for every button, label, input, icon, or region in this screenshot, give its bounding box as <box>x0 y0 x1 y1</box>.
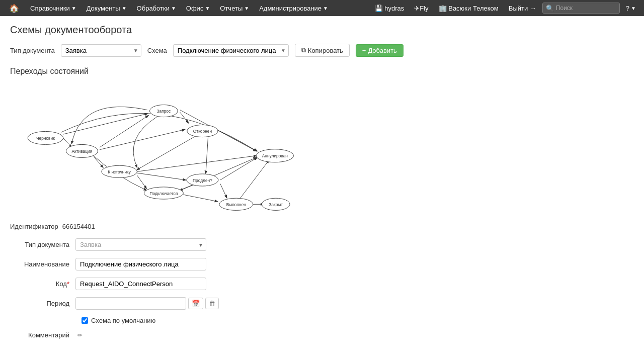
svg-text:Подключается: Подключается <box>149 191 178 196</box>
nav-hydras[interactable]: 💾 hydras <box>371 5 409 12</box>
form-section: Идентификатор 666154401 Тип документа За… <box>10 223 634 339</box>
default-schema-row: Схема по умолчанию <box>82 317 634 324</box>
nav-company[interactable]: 🏢 Васюки Телеком <box>435 5 503 12</box>
nav-reports[interactable]: Отчеты ▼ <box>216 0 253 16</box>
required-asterisk: * <box>67 280 69 288</box>
add-icon: + <box>362 47 366 54</box>
toolbar-row: Тип документа Заявка ▼ Схема Подключение… <box>10 44 634 57</box>
nav-fly[interactable]: ✈ Fly <box>410 5 432 12</box>
svg-line-16 <box>180 157 256 190</box>
svg-line-2 <box>100 116 148 147</box>
svg-text:Откорнен: Откорнен <box>193 129 212 134</box>
svg-text:Продлен?: Продлен? <box>193 178 212 183</box>
period-controls: 📅 🗑 <box>75 297 219 310</box>
form-code-label: Код* <box>10 280 75 288</box>
form-doc-type-row: Тип документа Заявка ▼ <box>10 238 634 251</box>
copy-icon: ⧉ <box>301 46 306 54</box>
doc-type-select[interactable]: Заявка <box>61 44 141 57</box>
svg-text:Закрыт: Закрыт <box>269 202 283 207</box>
nav-office[interactable]: Офис ▼ <box>182 0 214 16</box>
transitions-heading: Переходы состояний <box>10 67 634 76</box>
form-doc-type-select[interactable]: Заявка <box>75 238 206 251</box>
form-comment-label: Комментарий <box>10 331 75 339</box>
svg-line-12 <box>220 157 257 180</box>
nav-references[interactable]: Тип документа Справочники ▼ <box>26 0 80 16</box>
home-button[interactable]: 🏠 <box>4 0 24 16</box>
calendar-button[interactable]: 📅 <box>188 298 203 309</box>
svg-line-18 <box>240 160 269 199</box>
doc-type-label: Тип документа <box>10 47 55 54</box>
calendar-icon: 📅 <box>192 300 200 307</box>
svg-text:К источнику: К источнику <box>108 169 131 174</box>
svg-line-15 <box>180 194 217 202</box>
main-content: Схемы документооборота Тип документа Зая… <box>0 16 644 354</box>
copy-button[interactable]: ⧉ Копировать <box>295 44 350 57</box>
svg-text:Активация: Активация <box>71 149 92 154</box>
svg-line-0 <box>63 138 72 147</box>
svg-line-10 <box>137 173 186 180</box>
svg-text:Выполнен: Выполнен <box>226 202 247 207</box>
svg-text:Черновик: Черновик <box>36 136 55 141</box>
svg-line-8 <box>137 136 196 170</box>
nav-logout[interactable]: Выйти → <box>505 5 540 12</box>
page-title: Схемы документооборота <box>10 24 634 36</box>
schema-select-wrapper: Подключение физического лица ▼ <box>173 44 289 57</box>
trash-icon: 🗑 <box>209 300 215 307</box>
search-input[interactable] <box>556 5 616 12</box>
navbar-right: 💾 hydras ✈ Fly 🏢 Васюки Телеком Выйти → … <box>371 3 640 14</box>
form-period-input[interactable] <box>75 297 186 310</box>
form-name-input[interactable] <box>75 258 206 270</box>
form-name-label: Наименование <box>10 260 75 268</box>
form-doc-type-label: Тип документа <box>10 241 75 248</box>
svg-line-3 <box>100 130 185 150</box>
default-schema-label: Схема по умолчанию <box>91 317 155 324</box>
search-box[interactable]: 🔍 <box>542 3 620 14</box>
search-icon: 🔍 <box>546 5 554 12</box>
identifier-row: Идентификатор 666154401 <box>10 223 634 230</box>
default-schema-checkbox[interactable] <box>82 317 88 324</box>
svg-line-19 <box>206 137 208 173</box>
identifier-label: Идентификатор <box>10 223 58 230</box>
svg-text:Аннулирован: Аннулирован <box>262 153 288 158</box>
nav-administration[interactable]: Администрирование ▼ <box>255 0 332 16</box>
navbar: 🏠 Тип документа Справочники ▼ Документы … <box>0 0 644 16</box>
identifier-value: 666154401 <box>62 223 95 230</box>
form-code-row: Код* <box>10 278 634 290</box>
nav-documents[interactable]: Документы ▼ <box>83 0 131 16</box>
schema-select[interactable]: Подключение физического лица <box>173 44 289 57</box>
svg-text:Запрос: Запрос <box>157 109 171 114</box>
state-diagram: Черновик Активация Запрос Откорнен К ист… <box>10 82 322 213</box>
nav-processing[interactable]: Обработки ▼ <box>133 0 180 16</box>
form-code-input[interactable] <box>75 278 206 290</box>
doc-type-select-wrapper: Заявка ▼ <box>61 44 141 57</box>
svg-line-4 <box>94 157 103 167</box>
comment-edit-icon[interactable]: ✏ <box>77 332 83 339</box>
schema-label: Схема <box>147 47 167 54</box>
add-button[interactable]: + Добавить <box>356 44 404 57</box>
help-button[interactable]: ? ▼ <box>622 5 640 12</box>
graph-container: Черновик Активация Запрос Откорнен К ист… <box>10 82 322 213</box>
form-name-row: Наименование <box>10 258 634 270</box>
svg-line-14 <box>220 184 227 198</box>
form-doc-type-select-wrapper: Заявка ▼ <box>75 238 206 251</box>
form-period-label: Период <box>10 300 75 307</box>
form-period-row: Период 📅 🗑 <box>10 297 634 310</box>
form-comment-row: Комментарий ✏ <box>10 331 634 339</box>
clear-date-button[interactable]: 🗑 <box>205 298 219 309</box>
